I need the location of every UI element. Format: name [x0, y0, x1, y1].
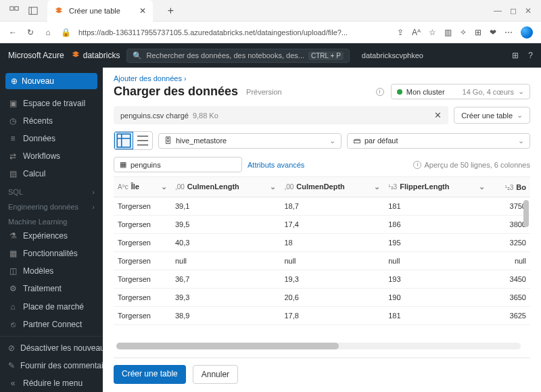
favorite-icon[interactable]: ☆	[429, 28, 436, 37]
extensions-icon[interactable]: ⊞	[475, 28, 481, 37]
more-icon[interactable]: ⋯	[504, 28, 513, 37]
lock-icon: 🔒	[61, 28, 70, 37]
preview-info: i Aperçu de 50 lignes, 6 colonnes	[413, 161, 530, 169]
svg-rect-1	[15, 6, 18, 9]
list-view-toggle[interactable]	[133, 132, 152, 149]
col-header-culmenlength[interactable]: ,00CulmenLength⌄	[171, 177, 281, 197]
minimize-icon[interactable]: ―	[494, 6, 502, 16]
home-icon[interactable]: ⌂	[43, 28, 53, 37]
grid-view-toggle[interactable]	[114, 132, 133, 149]
help-icon[interactable]: ?	[528, 51, 533, 60]
tab-title: Créer une table	[69, 7, 120, 15]
share-icon[interactable]: ⇪	[397, 28, 404, 37]
new-tab-button[interactable]: +	[168, 5, 174, 17]
browser-titlebar: Créer une table ✕ + ― ◻ ✕	[0, 0, 541, 22]
schema-select[interactable]: 🗃 par défaut ⌄	[347, 133, 530, 149]
workspace-name[interactable]: databrickscvphkeo	[362, 51, 423, 59]
new-button[interactable]: ⊕ Nouveau	[5, 73, 97, 89]
sidebar-icon[interactable]	[28, 6, 38, 16]
cluster-select[interactable]: Mon cluster 14 Go, 4 cœurs ⌄	[391, 84, 530, 99]
favorites-bar-icon[interactable]: ✧	[460, 28, 467, 37]
file-name: penguins.csv chargé	[120, 112, 189, 120]
advanced-attributes-link[interactable]: Attributs avancés	[248, 161, 304, 169]
data-preview-table: AᵇcÎle⌄ ,00CulmenLength⌄ ,00CulmenDepth⌄…	[114, 176, 530, 358]
main-pane: Ajouter des données › Charger des donnée…	[103, 68, 541, 392]
sidebar-item-partner[interactable]: ⎋Partner Connect	[0, 316, 103, 333]
brand-databricks: databricks	[71, 50, 120, 62]
sidebar-item-data[interactable]: ≡Données	[0, 130, 103, 147]
global-search[interactable]: 🔍 Rechercher des données, des notebooks,…	[126, 49, 349, 63]
sidebar-item-models[interactable]: ◫Modèles	[0, 262, 103, 280]
breadcrumb[interactable]: Ajouter des données ›	[114, 74, 530, 82]
table-row: Torgersen39,320,61903650	[114, 289, 530, 307]
maximize-icon[interactable]: ◻	[510, 6, 517, 16]
schema-icon: 🗃	[353, 137, 360, 145]
sidebar-item-serving[interactable]: ⚙Traitement	[0, 280, 103, 297]
sidebar-item-workspace[interactable]: ▣Espace de travail	[0, 95, 103, 112]
preview-tag: Préversion	[246, 88, 282, 96]
create-table-outline-button[interactable]: Créer une table ⌄	[454, 107, 530, 124]
sidebar-item-workflows[interactable]: ⇄Workflows	[0, 147, 103, 165]
slash-icon: ⊘	[8, 343, 15, 353]
performance-icon[interactable]: ❤	[490, 28, 496, 37]
app-bar: Microsoft Azure databricks 🔍 Rechercher …	[0, 43, 541, 68]
sidebar-section-ml: Machine Learning	[0, 212, 103, 227]
collapse-icon: «	[8, 378, 18, 388]
col-header-culmendepth[interactable]: ,00CulmenDepth⌄	[280, 177, 384, 197]
server-icon: ▤	[8, 169, 18, 178]
create-table-button[interactable]: Créer une table	[114, 365, 186, 384]
svg-rect-4	[117, 134, 131, 147]
back-icon[interactable]: ←	[8, 28, 18, 37]
chevron-down-icon: ⌄	[517, 111, 523, 120]
vertical-scrollbar[interactable]	[523, 200, 529, 344]
url-text[interactable]: https://adb-1363117955737105.5.azuredata…	[78, 28, 389, 36]
catalog-select[interactable]: 🗄 hive_metastore ⌄	[158, 133, 342, 149]
col-header-flipperlength[interactable]: ¹₂3FlipperLength⌄	[384, 177, 489, 197]
dialog-icon: ✎	[8, 361, 15, 370]
plus-circle-icon: ⊕	[11, 76, 18, 86]
sidebar-section-eng[interactable]: Engineering données ›	[0, 197, 103, 212]
close-tab-icon[interactable]: ✕	[139, 6, 146, 16]
chevron-down-icon: ⌄	[329, 137, 335, 145]
sidebar-section-sql[interactable]: SQL ›	[0, 182, 103, 197]
table-row: Torgersen40,3181953250	[114, 234, 530, 252]
remove-file-icon[interactable]: ✕	[434, 110, 442, 120]
sidebar-item-features[interactable]: ▦Fonctionnalités	[0, 245, 103, 262]
workspaces-icon[interactable]	[9, 6, 19, 16]
table-name-input[interactable]: ▦ penguins	[114, 157, 242, 172]
view-toggle	[114, 131, 153, 150]
svg-rect-2	[29, 7, 37, 14]
collections-icon[interactable]: ▥	[444, 28, 452, 37]
chevron-down-icon: ⌄	[518, 87, 524, 96]
model-icon: ◫	[8, 266, 18, 276]
sidebar-item-recents[interactable]: ◷Récents	[0, 112, 103, 130]
sidebar-item-experiments[interactable]: ⚗Expériences	[0, 227, 103, 245]
databricks-favicon-icon	[54, 6, 64, 16]
gift-icon[interactable]: ⊞	[512, 51, 519, 60]
sidebar-item-marketplace[interactable]: ⌂Place de marché	[0, 298, 103, 316]
sidebar-item-collapse[interactable]: «Réduire le menu	[0, 374, 103, 392]
flow-icon: ⇄	[8, 151, 18, 161]
table-row: Torgersen38,917,81813625	[114, 307, 530, 325]
info-icon[interactable]: i	[376, 88, 384, 96]
browser-tab[interactable]: Créer une table ✕	[47, 0, 153, 22]
close-window-icon[interactable]: ✕	[525, 6, 532, 16]
sidebar-item-feedback[interactable]: ✎Fournir des commentai...	[0, 357, 103, 374]
col-header-bo[interactable]: ¹₂3Bo	[489, 177, 530, 197]
databricks-logo-icon	[71, 50, 80, 62]
read-aloud-icon[interactable]: Aᴬ	[412, 28, 421, 37]
gear-icon: ⚙	[8, 284, 18, 293]
sidebar-item-disable-new[interactable]: ⊘Désactiver les nouveau...	[0, 339, 103, 357]
chevron-down-icon: ⌄	[518, 137, 524, 145]
refresh-icon[interactable]: ↻	[26, 28, 35, 37]
info-icon: i	[413, 161, 421, 169]
col-header-ile[interactable]: AᵇcÎle⌄	[114, 177, 171, 197]
table-row: Torgersen39,118,71813750	[114, 197, 530, 216]
clock-icon: ◷	[8, 116, 18, 126]
bing-icon[interactable]	[521, 26, 533, 39]
page-title: Charger des données	[114, 84, 238, 99]
table-row: Torgersennullnullnullnull	[114, 252, 530, 270]
horizontal-scrollbar[interactable]	[116, 343, 521, 349]
cancel-button[interactable]: Annuler	[193, 365, 238, 384]
sidebar-item-compute[interactable]: ▤Calcul	[0, 165, 103, 182]
